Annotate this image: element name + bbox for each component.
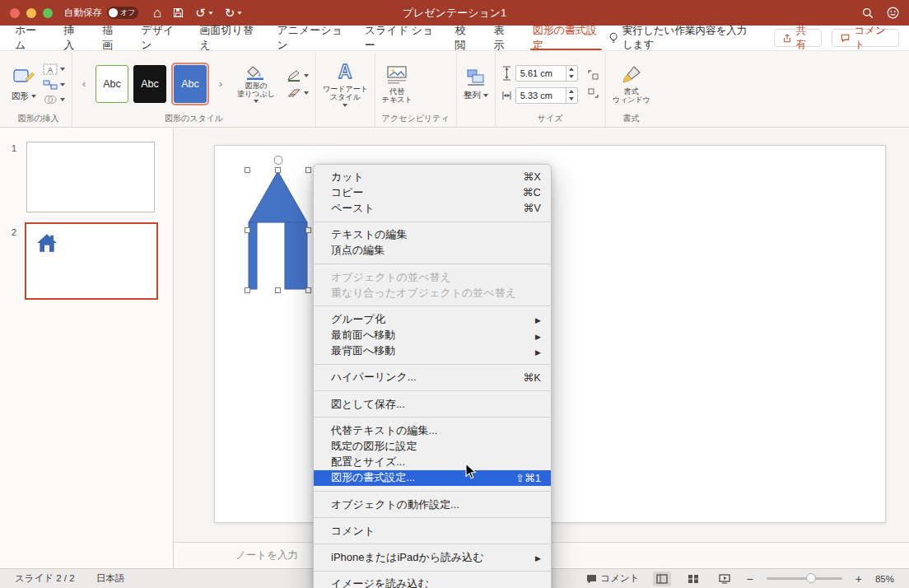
menu-item-edit-points[interactable]: 頂点の編集 <box>314 243 551 259</box>
resize-handle-n[interactable] <box>275 167 281 173</box>
resize-handle-se[interactable] <box>305 287 311 293</box>
shape-style-chip-1[interactable]: Abc <box>96 65 128 103</box>
group-shape-styles: ‹ Abc Abc Abc › 図形の塗りつぶし <box>72 53 316 127</box>
tab-design[interactable]: デザイン <box>131 26 189 50</box>
shape-width-field[interactable]: 5.33 cm <box>515 87 578 104</box>
zoom-out-button[interactable]: − <box>747 573 753 585</box>
style-gallery-prev-icon[interactable]: ‹ <box>79 65 89 103</box>
selected-home-shape[interactable] <box>248 170 308 290</box>
statusbar-comments-button[interactable]: コメント <box>586 572 640 585</box>
tab-draw[interactable]: 描画 <box>92 26 131 50</box>
slide-thumbnail-panel: 1 2 <box>0 128 174 568</box>
redo-button[interactable]: ↻ <box>225 6 243 21</box>
resize-handle-sw[interactable] <box>245 287 250 293</box>
height-stepper[interactable] <box>566 66 577 81</box>
search-icon[interactable] <box>862 7 874 19</box>
arrange-label: 整列 <box>464 90 481 101</box>
menu-item-format-shape[interactable]: 図形の書式設定...⇧⌘1 <box>314 470 551 486</box>
slide-sorter-view-button[interactable] <box>684 572 702 586</box>
slideshow-view-button[interactable] <box>716 572 734 586</box>
menu-item-label: 図として保存... <box>331 397 541 412</box>
menu-item-size-position[interactable]: 配置とサイズ... <box>314 455 551 470</box>
height-step-down-icon[interactable] <box>566 73 577 81</box>
style-gallery-next-icon[interactable]: › <box>216 65 226 103</box>
zoom-in-button[interactable]: + <box>855 573 862 585</box>
text-box-icon: A <box>43 63 58 75</box>
shape-height-field[interactable]: 5.61 cm <box>515 65 578 82</box>
menu-item-comment[interactable]: コメント <box>314 523 551 539</box>
tab-animations[interactable]: アニメーション <box>267 26 354 50</box>
tab-label: 図形の書式設定 <box>533 23 599 53</box>
tab-home[interactable]: ホーム <box>5 26 54 50</box>
resize-handle-ne[interactable] <box>305 167 311 173</box>
crop-mark-icon[interactable] <box>588 70 599 80</box>
insert-shape-button[interactable]: 図形 <box>12 67 36 102</box>
tab-view[interactable]: 表示 <box>484 26 523 50</box>
menu-item-edit-text[interactable]: テキストの編集 <box>314 227 551 243</box>
resize-handle-s[interactable] <box>275 287 281 293</box>
redo-dropdown-icon[interactable] <box>238 12 242 14</box>
menu-item-hyperlink[interactable]: ハイパーリンク...⌘K <box>314 370 551 385</box>
language-indicator[interactable]: 日本語 <box>96 572 125 585</box>
shape-outline-button[interactable] <box>287 70 309 82</box>
comments-button[interactable]: コメント <box>832 29 899 47</box>
resize-handle-e[interactable] <box>305 227 311 233</box>
merge-shapes-button[interactable] <box>43 95 65 105</box>
height-step-up-icon[interactable] <box>566 66 577 73</box>
rotation-handle[interactable] <box>273 156 282 165</box>
resize-handle-w[interactable] <box>245 227 250 233</box>
width-step-down-icon[interactable] <box>566 96 577 103</box>
zoom-level[interactable]: 85% <box>875 574 894 584</box>
shape-effects-button[interactable] <box>287 88 309 98</box>
tab-slideshow[interactable]: スライド ショー <box>355 26 445 50</box>
menu-item-send-to-back[interactable]: 最背面へ移動 <box>314 343 551 359</box>
normal-view-button[interactable] <box>653 572 671 586</box>
tab-review[interactable]: 校閲 <box>445 26 483 50</box>
slide-1-thumbnail[interactable] <box>26 142 155 212</box>
zoom-slider[interactable] <box>767 577 842 580</box>
undo-button[interactable]: ↺ <box>195 6 213 21</box>
menu-item-group[interactable]: グループ化 <box>314 311 551 327</box>
undo-dropdown-icon[interactable] <box>208 12 212 14</box>
menu-item-paste[interactable]: ペースト⌘V <box>314 200 551 216</box>
alt-text-button[interactable]: 代替テキスト <box>382 65 413 104</box>
paint-bucket-icon <box>245 65 267 80</box>
crop-mark-icon[interactable] <box>588 88 599 98</box>
home-icon[interactable]: ⌂ <box>153 5 161 21</box>
shape-height-value[interactable]: 5.61 cm <box>516 66 566 81</box>
tell-me-label: 実行したい作業内容を入力します <box>622 24 756 52</box>
width-step-up-icon[interactable] <box>566 88 577 96</box>
tab-transitions[interactable]: 画面切り替え <box>190 26 268 50</box>
text-box-button[interactable]: A <box>43 63 65 75</box>
tab-label: 画面切り替え <box>200 23 258 53</box>
format-pane-button[interactable]: 書式ウィンドウ <box>613 65 650 104</box>
save-icon[interactable] <box>173 7 184 18</box>
arrange-button[interactable]: 整列 <box>464 68 488 101</box>
menu-item-import-image[interactable]: イメージを読み込む <box>314 576 551 588</box>
menu-item-bring-to-front[interactable]: 最前面へ移動 <box>314 328 551 343</box>
menu-item-set-default-shape[interactable]: 既定の図形に設定 <box>314 438 551 454</box>
shape-width-value[interactable]: 5.33 cm <box>516 88 566 103</box>
wordart-styles-button[interactable]: A ワードアートスタイル <box>323 61 368 107</box>
connector-button[interactable] <box>43 80 65 90</box>
slide-2-thumbnail[interactable] <box>25 222 158 300</box>
share-button[interactable]: 共有 <box>774 29 822 47</box>
width-stepper[interactable] <box>566 88 577 103</box>
tell-me-search[interactable]: 実行したい作業内容を入力します <box>609 24 757 52</box>
zoom-slider-knob[interactable] <box>806 573 816 583</box>
tab-shape-format[interactable]: 図形の書式設定 <box>523 26 609 50</box>
home-shape-graphic <box>248 170 308 290</box>
svg-text:A: A <box>48 66 53 74</box>
tab-insert[interactable]: 挿入 <box>54 26 92 50</box>
menu-item-edit-alt-text[interactable]: 代替テキストの編集... <box>314 422 551 438</box>
menu-item-save-as-picture[interactable]: 図として保存... <box>314 396 551 412</box>
resize-handle-nw[interactable] <box>245 167 250 173</box>
menu-item-action-settings[interactable]: オブジェクトの動作設定... <box>314 497 551 512</box>
shape-fill-button[interactable]: 図形の塗りつぶし <box>232 65 280 103</box>
menu-item-cut[interactable]: カット⌘X <box>314 169 551 184</box>
account-icon[interactable] <box>887 7 899 19</box>
menu-item-copy[interactable]: コピー⌘C <box>314 184 551 200</box>
shape-style-chip-2[interactable]: Abc <box>133 65 166 103</box>
shape-style-chip-selected[interactable]: Abc <box>171 63 209 105</box>
menu-item-import-from-iphone[interactable]: iPhoneまたはiPadから読み込む <box>314 549 551 565</box>
